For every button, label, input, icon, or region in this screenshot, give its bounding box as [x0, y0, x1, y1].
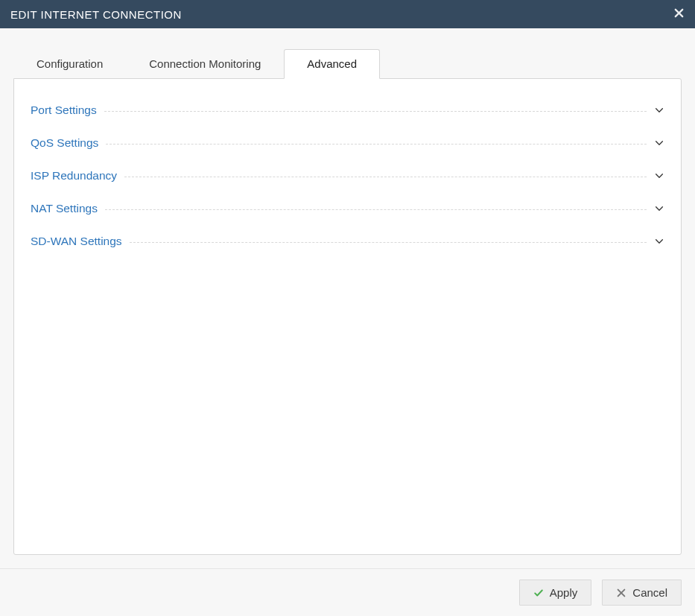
apply-button[interactable]: Apply	[519, 580, 592, 606]
accordion-divider	[124, 177, 647, 177]
close-button[interactable]	[673, 7, 685, 21]
edit-internet-connection-dialog: EDIT INTERNET CONNECTION Configuration C…	[0, 0, 695, 616]
tab-configuration[interactable]: Configuration	[13, 49, 126, 78]
tabs: Configuration Connection Monitoring Adva…	[13, 49, 682, 78]
chevron-down-icon	[647, 203, 664, 214]
chevron-down-icon	[647, 236, 664, 247]
apply-label: Apply	[550, 586, 578, 599]
accordion-port-settings[interactable]: Port Settings	[31, 94, 664, 127]
accordion-divider	[105, 209, 647, 210]
cancel-button[interactable]: Cancel	[602, 580, 682, 606]
dialog-header: EDIT INTERNET CONNECTION	[0, 0, 695, 28]
chevron-down-icon	[647, 171, 664, 181]
accordion-sd-wan-settings[interactable]: SD-WAN Settings	[31, 225, 664, 258]
chevron-down-icon	[647, 138, 664, 148]
accordion-qos-settings[interactable]: QoS Settings	[31, 127, 664, 159]
dialog-title: EDIT INTERNET CONNECTION	[10, 8, 182, 21]
accordion-label: Port Settings	[31, 104, 104, 117]
check-icon	[533, 588, 544, 598]
dialog-footer: Apply Cancel	[0, 568, 695, 616]
tab-connection-monitoring[interactable]: Connection Monitoring	[126, 49, 284, 78]
accordion-label: NAT Settings	[31, 202, 105, 215]
cancel-label: Cancel	[632, 586, 667, 599]
accordion-divider	[130, 242, 647, 243]
chevron-down-icon	[647, 105, 664, 115]
dialog-body: Configuration Connection Monitoring Adva…	[0, 28, 695, 568]
accordion-label: SD-WAN Settings	[31, 235, 130, 248]
x-icon	[616, 588, 626, 598]
accordion-label: ISP Redundancy	[31, 169, 124, 182]
tab-content-advanced: Port Settings QoS Settings ISP	[13, 78, 682, 555]
accordion-label: QoS Settings	[31, 136, 106, 150]
tab-advanced[interactable]: Advanced	[284, 49, 380, 79]
accordion-isp-redundancy[interactable]: ISP Redundancy	[31, 159, 664, 192]
accordion-nat-settings[interactable]: NAT Settings	[31, 192, 664, 225]
accordion-divider	[106, 144, 647, 145]
close-icon	[673, 7, 685, 21]
accordion-divider	[104, 111, 647, 112]
